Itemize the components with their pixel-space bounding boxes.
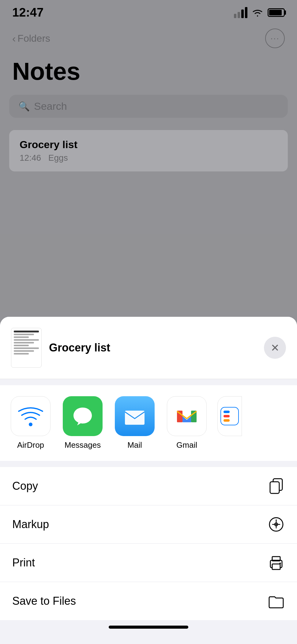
markup-icon	[268, 516, 285, 533]
app-item-airdrop[interactable]: AirDrop	[9, 396, 52, 450]
share-header: Grocery list ✕	[0, 317, 297, 379]
mail-icon	[115, 396, 155, 436]
svg-rect-5	[270, 482, 279, 493]
share-thumbnail	[11, 328, 42, 368]
action-save-to-files[interactable]: Save to Files	[0, 582, 297, 620]
svg-point-0	[29, 423, 32, 426]
copy-label: Copy	[12, 480, 38, 493]
gmail-icon	[167, 396, 207, 436]
app-item-messages[interactable]: Messages	[61, 396, 104, 450]
print-label: Print	[12, 556, 35, 569]
markup-label: Markup	[12, 518, 49, 531]
home-indicator	[0, 620, 297, 632]
action-copy[interactable]: Copy	[0, 467, 297, 505]
action-markup[interactable]: Markup	[0, 505, 297, 544]
messages-icon	[63, 396, 103, 436]
app-item-mail[interactable]: Mail	[113, 396, 156, 450]
gmail-label: Gmail	[176, 440, 197, 450]
close-button[interactable]: ✕	[264, 337, 286, 359]
app-item-gmail[interactable]: Gmail	[165, 396, 208, 450]
airdrop-label: AirDrop	[17, 440, 44, 450]
home-bar	[109, 626, 188, 629]
print-icon	[268, 554, 285, 571]
mail-label: Mail	[127, 440, 142, 450]
share-preview: Grocery list	[11, 328, 264, 368]
svg-point-11	[280, 563, 281, 564]
app-row-container: AirDrop Messages Mail	[0, 385, 297, 461]
svg-rect-1	[125, 411, 145, 425]
messages-label: Messages	[65, 440, 101, 450]
save-to-files-label: Save to Files	[12, 595, 76, 608]
action-print[interactable]: Print	[0, 544, 297, 582]
share-sheet: Grocery list ✕ AirDrop	[0, 317, 297, 644]
action-rows: Copy Markup Pri	[0, 467, 297, 620]
app-row: AirDrop Messages Mail	[9, 396, 288, 450]
share-title: Grocery list	[49, 341, 110, 354]
airdrop-icon	[11, 396, 51, 436]
partial-icon	[217, 396, 242, 436]
save-to-files-icon	[268, 592, 285, 610]
copy-icon	[268, 477, 285, 495]
app-item-partial[interactable]	[217, 396, 242, 450]
svg-rect-9	[272, 564, 280, 569]
